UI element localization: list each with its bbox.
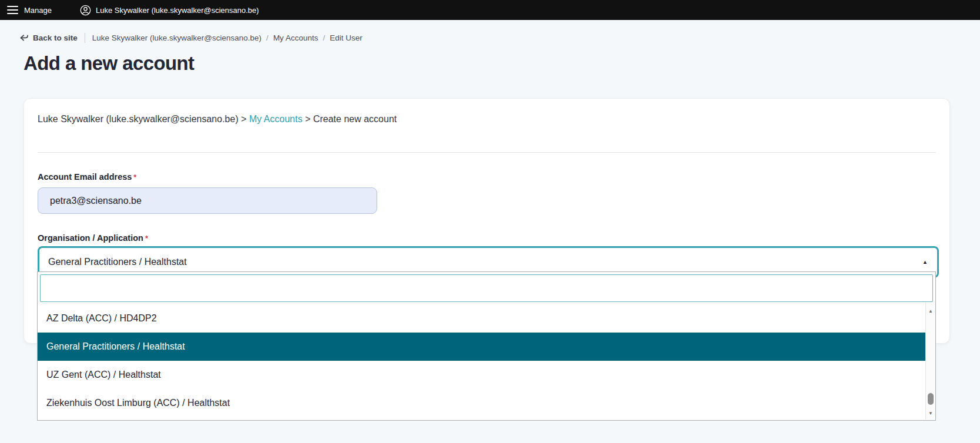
breadcrumb-item-user[interactable]: Luke Skywalker (luke.skywalker@sciensano…: [92, 33, 261, 42]
card-breadcrumb-separator: >: [241, 114, 246, 124]
card-breadcrumb: Luke Skywalker (luke.skywalker@sciensano…: [38, 113, 936, 125]
dropdown-option-az-delta[interactable]: AZ Delta (ACC) / HD4DP2: [38, 304, 925, 333]
organisation-label-text: Organisation / Application: [38, 233, 143, 243]
back-to-site-label: Back to site: [33, 33, 78, 42]
card-breadcrumb-current: Create new account: [313, 114, 397, 124]
breadcrumb-divider: [85, 33, 85, 43]
manage-menu-item[interactable]: Manage: [24, 6, 52, 15]
required-asterisk: *: [133, 173, 136, 182]
card-breadcrumb-my-accounts-link[interactable]: My Accounts: [249, 114, 303, 124]
user-account-icon: [80, 5, 91, 16]
back-arrow-icon: [19, 33, 29, 42]
email-field-label: Account Email address*: [38, 173, 936, 182]
dropdown-scrollbar[interactable]: ▲ ▼: [925, 303, 935, 419]
scrollbar-thumb[interactable]: [928, 393, 934, 405]
chevron-up-icon: ▲: [922, 259, 928, 265]
required-asterisk: *: [145, 234, 148, 243]
breadcrumb-separator: /: [266, 33, 269, 42]
card-breadcrumb-user: Luke Skywalker (luke.skywalker@sciensano…: [38, 114, 239, 124]
account-email-input[interactable]: [38, 187, 377, 214]
hamburger-menu-icon[interactable]: [7, 6, 18, 14]
dropdown-option-uz-gent[interactable]: UZ Gent (ACC) / Healthstat: [38, 361, 925, 389]
email-label-text: Account Email address: [38, 172, 132, 182]
organisation-field-label: Organisation / Application*: [38, 234, 936, 243]
toolbar-user-name: Luke Skywalker (luke.skywalker@sciensano…: [96, 6, 259, 15]
breadcrumb-separator: /: [323, 33, 325, 42]
card-divider: [38, 152, 936, 153]
admin-toolbar: Manage Luke Skywalker (luke.skywalker@sc…: [0, 0, 980, 20]
breadcrumb-item-my-accounts[interactable]: My Accounts: [273, 33, 318, 42]
breadcrumb: Back to site Luke Skywalker (luke.skywal…: [0, 20, 980, 43]
scrollbar-up-icon[interactable]: ▲: [926, 308, 935, 314]
dropdown-search-input[interactable]: [40, 274, 933, 302]
organisation-dropdown: AZ Delta (ACC) / HD4DP2 General Practiti…: [37, 271, 936, 421]
dropdown-option-general-practitioners[interactable]: General Practitioners / Healthstat: [38, 333, 925, 361]
page-title: Add a new account: [24, 52, 980, 75]
toolbar-user-link[interactable]: Luke Skywalker (luke.skywalker@sciensano…: [80, 5, 259, 16]
back-to-site-link[interactable]: Back to site: [19, 33, 78, 42]
dropdown-options-list: AZ Delta (ACC) / HD4DP2 General Practiti…: [38, 304, 935, 417]
organisation-selected-value: General Practitioners / Healthstat: [48, 257, 187, 267]
dropdown-option-ziekenhuis-oost-limburg[interactable]: Ziekenhuis Oost Limburg (ACC) / Healthst…: [38, 389, 925, 417]
card-breadcrumb-separator: >: [305, 114, 310, 124]
page: Manage Luke Skywalker (luke.skywalker@sc…: [0, 0, 980, 443]
scrollbar-down-icon[interactable]: ▼: [926, 411, 935, 416]
breadcrumb-item-edit-user: Edit User: [330, 33, 363, 42]
